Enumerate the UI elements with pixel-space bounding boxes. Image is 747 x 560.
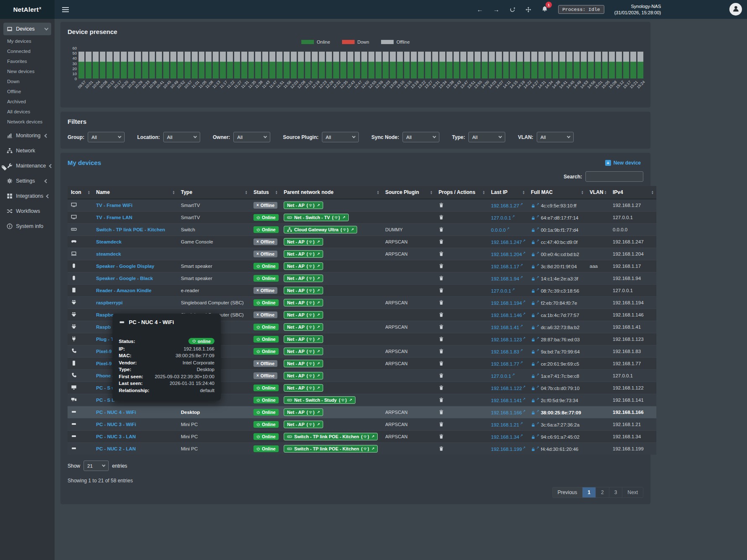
parent-node-button[interactable]: Net - Switch - Study()↗ (284, 396, 355, 404)
delete-icon[interactable] (439, 251, 444, 256)
delete-icon[interactable] (439, 263, 444, 269)
filter-location-select[interactable]: All (163, 132, 200, 142)
device-name-link[interactable]: Pixel-9 (96, 361, 112, 366)
sidebar-item-integrations[interactable]: Integrations (3, 190, 51, 202)
column-header-parent-network-node[interactable]: Parent network node▲▼ (280, 186, 382, 199)
device-name-link[interactable]: steamdeck (96, 251, 121, 256)
device-name-link[interactable]: Reader - Amazon Kindle (96, 288, 151, 293)
delete-icon[interactable] (439, 434, 444, 439)
parent-node-button[interactable]: Net - AP()↗ (284, 250, 323, 258)
sidebar-item-system-info[interactable]: System info (3, 220, 51, 233)
delete-icon[interactable] (439, 336, 444, 342)
pagination-page-2[interactable]: 2 (596, 487, 609, 498)
delete-icon[interactable] (439, 312, 444, 317)
column-header-name[interactable]: Name▲▼ (93, 186, 178, 199)
lock-icon[interactable] (531, 398, 535, 403)
sidebar-item-new-devices[interactable]: New devices (0, 66, 55, 76)
device-name-link[interactable]: PC - NUC 2 - LAN (96, 446, 136, 451)
sidebar-item-all-devices[interactable]: All devices (0, 107, 55, 117)
lock-icon[interactable] (531, 423, 535, 427)
last-ip-link[interactable]: 192.168.1.199 (491, 447, 522, 452)
device-name-link[interactable]: Plug - T (96, 337, 114, 342)
menu-toggle-icon[interactable] (62, 7, 69, 12)
refresh-icon[interactable] (509, 7, 515, 13)
last-ip-link[interactable]: 0.0.0.0 (491, 228, 506, 233)
nav-forward-icon[interactable]: → (493, 6, 499, 13)
parent-node-button[interactable]: Net - Switch - TV()↗ (284, 214, 349, 221)
delete-icon[interactable] (439, 300, 444, 305)
last-ip-link[interactable]: 192.168.1.41 (491, 325, 519, 330)
notifications-bell-icon[interactable]: 1 (541, 5, 548, 13)
pagination-previous[interactable]: Previous (552, 487, 583, 498)
last-ip-link[interactable]: 192.168.1.123 (491, 337, 522, 342)
parent-node-button[interactable]: Net - AP()↗ (284, 311, 323, 319)
lock-icon[interactable] (531, 216, 535, 220)
filter-owner-select[interactable]: All (233, 132, 270, 142)
lock-icon[interactable] (531, 289, 535, 293)
last-ip-link[interactable]: 192.168.1.194 (491, 301, 522, 306)
sidebar-item-network[interactable]: Network (3, 144, 51, 157)
parent-node-button[interactable]: Net - AP()↗ (284, 384, 323, 392)
device-row[interactable]: Speaker - Google - BlackSmart speakerOnl… (68, 272, 656, 285)
last-ip-link[interactable]: 192.168.1.27 (491, 203, 519, 208)
parent-node-button[interactable]: Net - AP()↗ (284, 287, 323, 294)
lock-icon[interactable] (531, 447, 535, 452)
search-input[interactable] (585, 171, 643, 182)
delete-icon[interactable] (439, 385, 444, 390)
parent-node-button[interactable]: Switch - TP link POE - Kitchen()↗ (284, 445, 378, 453)
brand-logo[interactable]: NetAlertx (0, 0, 55, 19)
fullscreen-icon[interactable] (525, 7, 531, 13)
lock-icon[interactable] (531, 301, 535, 306)
sidebar-item-settings[interactable]: Settings (3, 175, 51, 187)
device-row[interactable]: SteamdeckGame Console×OfflineNet - AP()↗… (68, 236, 656, 248)
delete-icon[interactable] (439, 348, 444, 354)
delete-icon[interactable] (439, 215, 444, 220)
parent-node-button[interactable]: Net - AP()↗ (284, 348, 323, 355)
device-row[interactable]: TV - Frame LANSmartTVOnlineNet - Switch … (68, 212, 656, 224)
filter-source-plugin-select[interactable]: All (322, 132, 359, 142)
parent-node-button[interactable]: Net - AP()↗ (284, 275, 323, 282)
sidebar-item-workflows[interactable]: Workflows (3, 205, 51, 217)
device-name-link[interactable]: Speaker - Google Display (96, 264, 154, 269)
sidebar-item-monitoring[interactable]: Monitoring (3, 129, 51, 142)
column-header-full-mac[interactable]: Full MAC▲▼ (528, 186, 586, 199)
parent-node-button[interactable]: Cloud Gateway Ultra()↗ (284, 226, 357, 233)
parent-node-button[interactable]: Net - AP()↗ (284, 323, 323, 331)
device-name-link[interactable]: raspberrypi (96, 300, 123, 305)
device-row[interactable]: PC - NUC 3 - WiFiMini PCOnlineNet - AP()… (68, 419, 656, 431)
column-header-vlan[interactable]: VLAN▲▼ (586, 186, 609, 199)
pagination-page-3[interactable]: 3 (609, 487, 623, 498)
device-name-link[interactable]: Raspb (96, 324, 111, 330)
device-row[interactable]: Reader - Amazon Kindlee-reader×OfflineNe… (68, 285, 656, 297)
sidebar-item-connected[interactable]: Connected (0, 46, 55, 56)
lock-icon[interactable] (531, 362, 535, 366)
last-ip-link[interactable]: 192.168.1.77 (491, 361, 519, 366)
parent-node-button[interactable]: Net - AP()↗ (284, 262, 323, 270)
device-name-link[interactable]: Raspbe (96, 312, 114, 317)
device-row[interactable]: raspberrypiSingleboard Computer (SBC)Onl… (68, 297, 656, 309)
last-ip-link[interactable]: 192.168.1.146 (491, 313, 522, 318)
parent-node-button[interactable]: Net - AP()↗ (284, 238, 323, 246)
delete-icon[interactable] (439, 409, 444, 415)
device-row[interactable]: TV - Frame WiFiSmartTV×OfflineNet - AP()… (68, 199, 656, 212)
parent-node-button[interactable]: Net - AP()↗ (284, 335, 323, 343)
sidebar-item-favorites[interactable]: Favorites (0, 56, 55, 66)
device-name-link[interactable]: PC - NUC 4 - WiFi (96, 410, 136, 415)
column-header-status[interactable]: Status▲▼ (250, 186, 280, 199)
device-row[interactable]: PC - NUC 4 - WiFiDesktopOnlineNet - AP()… (68, 406, 656, 419)
lock-icon[interactable] (531, 411, 535, 415)
sidebar-item-offline[interactable]: Offline (0, 86, 55, 97)
lock-icon[interactable] (531, 325, 535, 330)
lock-icon[interactable] (531, 313, 535, 318)
device-name-link[interactable]: Pixel-9 (96, 349, 112, 354)
last-ip-link[interactable]: 192.168.1.83 (491, 349, 519, 354)
parent-node-button[interactable]: Net - AP()↗ (284, 299, 323, 306)
delete-icon[interactable] (439, 324, 444, 330)
last-ip-link[interactable]: 192.168.1.247 (491, 240, 522, 245)
device-name-link[interactable]: PC - S L (96, 398, 115, 403)
delete-icon[interactable] (439, 421, 444, 427)
parent-node-button[interactable]: Net - AP()↗ (284, 421, 323, 428)
last-ip-link[interactable]: 127.0.0.1 (491, 215, 511, 220)
parent-node-button[interactable]: Net - AP()↗ (284, 360, 323, 367)
device-name-link[interactable]: Phone - (96, 373, 114, 378)
